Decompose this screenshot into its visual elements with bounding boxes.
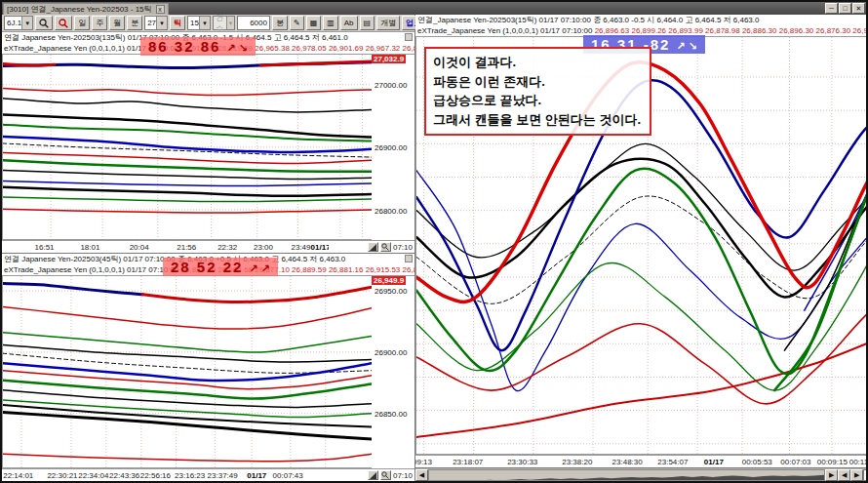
x-tick-label: 01/17 [704, 458, 724, 466]
month-button[interactable]: 월 [109, 16, 125, 30]
count-combo[interactable]: 27▼ [144, 16, 168, 30]
step-forward-button[interactable]: ▶ [850, 469, 863, 481]
series-line [3, 160, 372, 172]
series-line [3, 454, 372, 462]
x-tick-label: 16:51 [35, 243, 55, 252]
x-tick-label: 23:48:30 [612, 458, 643, 466]
navigator-track[interactable] [428, 469, 825, 481]
day-button[interactable]: 일 [74, 16, 90, 30]
bars-unit-button[interactable]: 봉 [272, 16, 288, 30]
x-tick-label: 22:14:01 [3, 471, 33, 480]
scroll-left-button[interactable]: ◀ [415, 469, 428, 481]
series-line [3, 284, 143, 295]
series-line [3, 306, 372, 329]
x-tick-label: 22:43:36 [109, 471, 139, 480]
x-tick-label: 22:34:04 [78, 471, 108, 480]
x-tick-label: 00:11:47 [849, 458, 868, 466]
last-price-label: 26,949.9 [372, 276, 406, 285]
series-line [3, 115, 372, 138]
x-tick-label: 23:18:07 [453, 458, 483, 466]
series-line [3, 89, 372, 96]
chart-canvas[interactable] [2, 54, 372, 240]
chart-canvas[interactable]: 이것이 결과다. 파동은 이런 존재다. 급상승으로 끝났다. 그래서 캔들을 … [415, 36, 868, 455]
chart-settings-icon[interactable] [368, 470, 378, 480]
last-price-label: 27,032.9 [372, 55, 406, 63]
series-line [3, 197, 372, 202]
window-title: [3010] 연결_Japanese Yen-202503 - 15틱 [7, 4, 152, 15]
series-line [261, 61, 372, 65]
chart-navigator: ◀ ▶ ◀ ▶ ● ▶ ⊖ ▣ ✕ [415, 467, 868, 481]
series-line [3, 363, 372, 381]
chart-panel-45tick: 연결 Japanese Yen-202503(45틱) 01/17 07:10:… [2, 254, 414, 481]
corner-time: 07:10 [393, 243, 413, 252]
price-axis: 26,949.9 26950.0026900.0026850.00 [372, 275, 414, 468]
x-tick-label: 01/17 [247, 471, 266, 480]
corner-time: 07:10 [393, 471, 413, 480]
overlay-icon-button[interactable]: ▥ [323, 16, 338, 30]
tick-combo[interactable]: 15▼ [187, 16, 211, 30]
zoom-out-icon-button[interactable] [55, 16, 72, 30]
text-tool-button[interactable]: Ab [340, 16, 358, 30]
series-line [3, 381, 372, 399]
x-tick-label: 22:56:16 [140, 471, 171, 480]
minimize-button[interactable]: ─ [825, 3, 838, 14]
magnifier-icon[interactable] [380, 470, 391, 480]
x-tick-label: 20:04 [130, 243, 149, 252]
x-tick-label: 23:49 [292, 243, 311, 252]
navigator-overview [429, 474, 824, 481]
wave-signal-badge: 28 52 22 ↗ ↗ [163, 258, 278, 276]
panel-menu-icon[interactable] [405, 255, 413, 262]
left-column: 6J.1▼일주월분27▼틱15▼건수▼봉✎▦▥Ab▤개별업로드 연결 Japan… [2, 15, 415, 481]
time-axis: 09:1323:18:0723:30:3323:38:2023:48:3023:… [415, 456, 868, 467]
y-tick-label: 27000.00 [375, 81, 407, 90]
series-line [3, 344, 372, 362]
price-axis: 27,032.9 27000.0026900.0026800.00 [372, 54, 414, 240]
maximize-button[interactable]: □ [839, 3, 851, 14]
chart-canvas[interactable] [2, 275, 372, 468]
zoom-in-icon-button[interactable] [35, 16, 53, 30]
play-button[interactable]: ▶ [825, 469, 838, 481]
chevron-down-icon[interactable]: ▼ [156, 17, 167, 29]
tick-button[interactable]: 틱 [170, 16, 185, 30]
window-tab[interactable]: [3010] 연결_Japanese Yen-202503 - 15틱 x [3, 3, 169, 15]
bars-input[interactable] [237, 16, 270, 30]
y-tick-label: 26850.00 [375, 410, 407, 419]
trendline-icon-button[interactable]: ✎ [290, 16, 304, 30]
x-tick-label: 00:07:43 [273, 471, 303, 480]
chart-toolbar: 6J.1▼일주월분27▼틱15▼건수▼봉✎▦▥Ab▤개별업로드 [2, 15, 414, 32]
x-tick-label: 23:16:23 [175, 471, 205, 480]
chart-lines [3, 55, 372, 239]
x-tick-label: 21:56 [177, 243, 196, 252]
tab-close-icon[interactable]: x [156, 5, 165, 14]
title-bar: [3010] 연결_Japanese Yen-202503 - 15틱 x ─ … [2, 2, 866, 15]
chevron-down-icon[interactable]: ▼ [199, 17, 210, 29]
y-tick-label: 26900.00 [375, 348, 407, 357]
indicator-icon-button[interactable]: ▦ [306, 16, 322, 30]
x-tick-label: 09:13 [415, 458, 432, 466]
close-button[interactable]: ✕ [852, 3, 865, 14]
capture-icon-button[interactable]: ▤ [360, 16, 375, 30]
step-back-button[interactable]: ◀ [838, 469, 850, 481]
minute-button[interactable]: 분 [127, 16, 142, 30]
chart-lines [3, 276, 372, 467]
week-button[interactable]: 주 [92, 16, 107, 30]
series-line [143, 287, 372, 302]
series-line [416, 324, 868, 437]
panel-menu-icon[interactable] [405, 33, 413, 41]
x-tick-label: 00:09:15 [817, 458, 848, 466]
series-line [3, 64, 55, 65]
x-tick-label: 23:30:33 [507, 458, 537, 466]
chevron-down-icon[interactable]: ▼ [226, 17, 234, 29]
magnifier-icon[interactable] [380, 242, 391, 252]
chevron-down-icon[interactable]: ▼ [21, 17, 32, 29]
x-tick-label: 00:07:03 [780, 458, 810, 466]
bar-count-input[interactable] [863, 469, 868, 481]
individual-button[interactable]: 개별 [376, 16, 400, 30]
range-combo: 건수▼ [213, 16, 235, 30]
x-tick-label: 23:54:07 [657, 458, 688, 466]
chart-settings-icon[interactable] [368, 242, 378, 252]
series-line [3, 99, 372, 112]
chart-header-1: 연결_Japanese Yen-202503(15틱) 01/17 07:10:… [415, 15, 868, 25]
right-column: 연결_Japanese Yen-202503(15틱) 01/17 07:10:… [415, 15, 868, 481]
symbol-combo[interactable]: 6J.1▼ [4, 16, 33, 30]
